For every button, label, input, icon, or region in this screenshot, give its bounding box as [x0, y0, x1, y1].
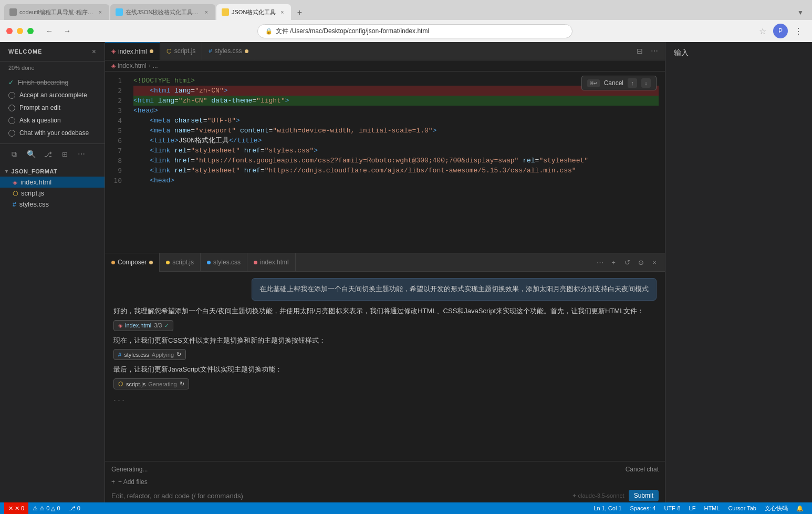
chat-tab-script-js[interactable]: script.js: [160, 253, 201, 272]
editor-tab-styles-css[interactable]: # styles.css: [202, 42, 255, 60]
editor-tab-script-js[interactable]: ⬡ script.js: [160, 42, 203, 60]
sidebar-item-accept-autocomplete[interactable]: Accept an autocomplete: [0, 89, 105, 101]
breadcrumb-filename[interactable]: index.html: [118, 62, 147, 69]
generating-badge[interactable]: ⬡ script.js Generating ↻: [113, 378, 189, 389]
add-files-row[interactable]: + + Add files: [111, 477, 659, 487]
status-position[interactable]: Ln 1, Col 1: [589, 502, 626, 514]
nav-back-btn[interactable]: ←: [42, 24, 57, 38]
line-num-9: 9: [105, 166, 122, 176]
section-header[interactable]: ▼ JSON_FORMAT: [0, 166, 105, 177]
cancel-label[interactable]: Cancel: [604, 79, 623, 87]
editor-tab-index-html[interactable]: ◈ index.html: [105, 42, 160, 60]
browser-profile-btn[interactable]: P: [773, 24, 788, 38]
browser-tab-2[interactable]: 在线JSON校验格式化工具（Be... ×: [110, 4, 215, 20]
address-bar[interactable]: 🔒 文件 /Users/mac/Desktop/config/json-form…: [257, 24, 572, 38]
sidebar-progress: 20% done: [0, 61, 105, 74]
chat-close-btn[interactable]: ×: [648, 256, 661, 269]
chat-tab-styles-css[interactable]: styles.css: [201, 253, 247, 272]
chat-tab-index-html[interactable]: index.html: [247, 253, 296, 272]
sidebar-item-ask-question[interactable]: Ask a question: [0, 114, 105, 127]
line-num-4: 4: [105, 116, 122, 126]
chat-target-btn[interactable]: ⊙: [634, 256, 647, 269]
code-line-7: <link rel="stylesheet" href="styles.css"…: [133, 146, 659, 156]
file-badge-count: 3/3: [154, 322, 162, 328]
line-num-1: 1: [105, 76, 122, 86]
cancel-down-arrow[interactable]: ↓: [641, 78, 651, 88]
sidebar-item-prompt-edit[interactable]: Prompt an edit: [0, 101, 105, 114]
chat-refresh-btn[interactable]: ↺: [621, 256, 633, 269]
file-styles-css[interactable]: # styles.css: [0, 199, 105, 210]
code-content[interactable]: <!DOCTYPE html> <html lang="zh-CN"> <htm…: [127, 71, 665, 253]
sidebar-branch-btn[interactable]: ⎇: [42, 148, 54, 160]
browser-tab-3[interactable]: JSON格式化工具 ×: [216, 4, 291, 20]
file-script-js[interactable]: ⬡ script.js: [0, 188, 105, 199]
chat-tab-composer[interactable]: Composer: [105, 253, 160, 272]
status-spaces[interactable]: Spaces: 4: [626, 502, 660, 514]
code-line-10: <head>: [133, 176, 659, 186]
cancel-up-arrow[interactable]: ↑: [628, 78, 637, 88]
file-badge-1[interactable]: ◈ index.html 3/3 ✓: [113, 320, 173, 331]
input-panel-header: 输入: [665, 42, 812, 60]
applying-badge[interactable]: # styles.css Applying ↻: [113, 349, 186, 360]
tab-close-1[interactable]: ×: [97, 8, 104, 16]
section-arrow-icon: ▼: [4, 169, 9, 174]
window-minimize[interactable]: [17, 28, 23, 34]
sidebar-search-btn[interactable]: 🔍: [25, 148, 37, 160]
browser-menu-btn[interactable]: ⋮: [791, 24, 806, 38]
generating-badge-icon: ⬡: [118, 381, 123, 387]
browser-tab-1[interactable]: codeutil编程工具导航-程序员... ×: [4, 4, 109, 20]
editor-tab-label-html: index.html: [118, 48, 147, 55]
window-maximize[interactable]: [27, 28, 34, 34]
tab-favicon-1: [9, 8, 17, 16]
model-selector[interactable]: ✦ claude-3.5-sonnet: [572, 492, 624, 499]
tab-title-3: JSON格式化工具: [232, 8, 276, 16]
sidebar-item-chat-codebase[interactable]: Chat with your codebase: [0, 127, 105, 139]
chat-add-btn[interactable]: +: [607, 256, 620, 269]
generating-badge-status: Generating: [148, 381, 176, 387]
add-files-plus-icon: +: [111, 478, 115, 486]
chat-more-btn[interactable]: ⋯: [594, 256, 606, 269]
sidebar-close-btn[interactable]: ×: [92, 47, 96, 56]
tab-title-1: codeutil编程工具导航-程序员...: [19, 8, 94, 16]
status-branch-text: ⎇ 0: [69, 505, 80, 512]
status-warnings[interactable]: ⚠ ⚠ 0 △ 0: [28, 502, 64, 514]
status-cursor-mode[interactable]: Cursor Tab: [724, 502, 761, 514]
nav-forward-btn[interactable]: →: [60, 24, 75, 38]
window-close[interactable]: [6, 28, 13, 34]
status-ime[interactable]: 文心快码: [761, 502, 792, 514]
editor-more-btn[interactable]: ⋯: [648, 45, 661, 57]
sidebar-item-finish-onboarding[interactable]: ✓ Finish-onboarding: [0, 76, 105, 89]
submit-btn[interactable]: Submit: [629, 490, 659, 501]
cancel-bar[interactable]: ⌘↩ Cancel ↑ ↓: [581, 76, 657, 90]
status-bell-icon[interactable]: 🔔: [792, 502, 808, 514]
status-branch[interactable]: ⎇ 0: [65, 502, 85, 514]
new-tab-btn[interactable]: +: [292, 5, 307, 20]
status-language[interactable]: HTML: [700, 502, 724, 514]
editor-main: ◈ index.html ⬡ script.js # styles.css ⊟ …: [105, 42, 665, 514]
sidebar-more-btn[interactable]: ⋯: [76, 148, 87, 160]
sidebar-header: WELCOME ×: [0, 42, 105, 61]
sidebar-title: WELCOME: [8, 48, 42, 55]
split-editor-btn[interactable]: ⊟: [633, 45, 646, 57]
tab-close-2[interactable]: ×: [203, 8, 210, 16]
sidebar-menu: ✓ Finish-onboarding Accept an autocomple…: [0, 74, 105, 141]
cancel-chat-btn[interactable]: Cancel chat: [626, 466, 659, 473]
tab-close-3[interactable]: ×: [278, 8, 286, 16]
section-title: JSON_FORMAT: [11, 168, 57, 174]
status-error-badge[interactable]: ✕ ✕ 0: [4, 502, 28, 514]
breadcrumb-more[interactable]: ...: [153, 62, 158, 69]
chat-input[interactable]: [111, 492, 568, 500]
status-encoding[interactable]: UTF-8: [660, 502, 684, 514]
chat-panel: Composer script.js styles.css index.html: [105, 253, 665, 514]
file-index-html[interactable]: ◈ index.html: [0, 177, 105, 188]
chat-tab-script-label: script.js: [172, 259, 194, 266]
file-badge-label: index.html: [125, 322, 151, 328]
browser-bookmark-btn[interactable]: ☆: [755, 24, 770, 38]
file-badge-icon: ◈: [118, 322, 122, 329]
input-panel-textarea[interactable]: [674, 64, 804, 510]
sidebar-copy-btn[interactable]: ⧉: [8, 148, 20, 160]
tab-list-btn[interactable]: ▼: [793, 5, 808, 20]
sidebar-grid-btn[interactable]: ⊞: [59, 148, 70, 160]
status-line-ending[interactable]: LF: [685, 502, 700, 514]
browser-toolbar: ← → 🔒 文件 /Users/mac/Desktop/config/json-…: [0, 20, 812, 42]
